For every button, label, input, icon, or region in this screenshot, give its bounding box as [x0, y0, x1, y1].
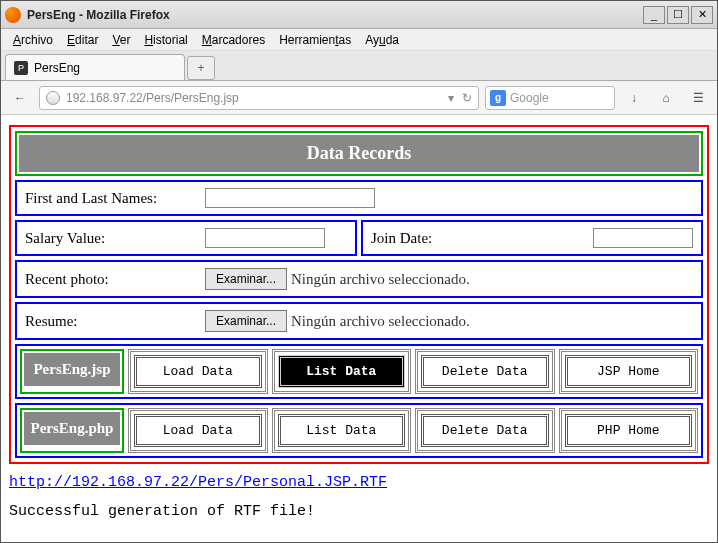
label-resume: Resume:	[25, 313, 205, 330]
input-joindate[interactable]	[593, 228, 693, 248]
menubar: Archivo Editar Ver Historial Marcadores …	[1, 29, 717, 51]
status-message: Successful generation of RTF file!	[9, 503, 709, 520]
row-php-header-wrap: PersEng.php	[20, 408, 124, 453]
row-names: First and Last Names:	[15, 180, 703, 216]
menu-button[interactable]: ☰	[685, 85, 711, 111]
tab-favicon: P	[14, 61, 28, 75]
row-jsp-header-wrap: PersEng.jsp	[20, 349, 124, 394]
home-button[interactable]: ⌂	[653, 85, 679, 111]
row-php-header: PersEng.php	[24, 412, 120, 445]
header-wrap: Data Records	[15, 131, 703, 176]
search-placeholder: Google	[510, 91, 549, 105]
titlebar: PersEng - Mozilla Firefox _ ☐ ✕	[1, 1, 717, 29]
browser-window: PersEng - Mozilla Firefox _ ☐ ✕ Archivo …	[0, 0, 718, 543]
url-bar[interactable]: 192.168.97.22/Pers/PersEng.jsp ▾ ↻	[39, 86, 479, 110]
menu-marcadores[interactable]: Marcadores	[196, 31, 271, 49]
resume-nofile: Ningún archivo seleccionado.	[291, 313, 470, 330]
php-home-button[interactable]: PHP Home	[565, 414, 693, 447]
reload-icon[interactable]: ↻	[462, 91, 472, 105]
php-list-button[interactable]: List Data	[278, 414, 406, 447]
tabstrip: P PersEng +	[1, 51, 717, 81]
google-icon: g	[490, 90, 506, 106]
photo-nofile: Ningún archivo seleccionado.	[291, 271, 470, 288]
page-title: Data Records	[19, 135, 699, 172]
menu-ayuda[interactable]: Ayuda	[359, 31, 405, 49]
menu-historial[interactable]: Historial	[138, 31, 193, 49]
row-jsp-header: PersEng.jsp	[24, 353, 120, 386]
menu-archivo[interactable]: Archivo	[7, 31, 59, 49]
form-container: Data Records First and Last Names: Salar…	[9, 125, 709, 464]
page-content: Data Records First and Last Names: Salar…	[1, 115, 717, 542]
jsp-home-button[interactable]: JSP Home	[565, 355, 693, 388]
label-salary: Salary Value:	[25, 230, 205, 247]
close-button[interactable]: ✕	[691, 6, 713, 24]
url-text: 192.168.97.22/Pers/PersEng.jsp	[66, 91, 448, 105]
search-box[interactable]: g Google	[485, 86, 615, 110]
label-names: First and Last Names:	[25, 190, 205, 207]
menu-editar[interactable]: Editar	[61, 31, 104, 49]
label-photo: Recent photo:	[25, 271, 205, 288]
row-photo: Recent photo: Examinar... Ningún archivo…	[15, 260, 703, 298]
window-title: PersEng - Mozilla Firefox	[27, 8, 643, 22]
jsp-list-button[interactable]: List Data	[278, 355, 406, 388]
browse-resume-button[interactable]: Examinar...	[205, 310, 287, 332]
jsp-delete-button[interactable]: Delete Data	[421, 355, 549, 388]
downloads-button[interactable]: ↓	[621, 85, 647, 111]
newtab-button[interactable]: +	[187, 56, 215, 80]
back-button[interactable]: ←	[7, 85, 33, 111]
navbar: ← 192.168.97.22/Pers/PersEng.jsp ▾ ↻ g G…	[1, 81, 717, 115]
row-salary: Salary Value:	[15, 220, 357, 256]
dropdown-icon[interactable]: ▾	[448, 91, 454, 105]
globe-icon	[46, 91, 60, 105]
jsp-load-button[interactable]: Load Data	[134, 355, 262, 388]
tab-label: PersEng	[34, 61, 80, 75]
firefox-icon	[5, 7, 21, 23]
browse-photo-button[interactable]: Examinar...	[205, 268, 287, 290]
tab-perseng[interactable]: P PersEng	[5, 54, 185, 80]
input-names[interactable]	[205, 188, 375, 208]
menu-ver[interactable]: Ver	[106, 31, 136, 49]
menu-herramientas[interactable]: Herramientas	[273, 31, 357, 49]
row-joindate: Join Date:	[361, 220, 703, 256]
row-resume: Resume: Examinar... Ningún archivo selec…	[15, 302, 703, 340]
php-load-button[interactable]: Load Data	[134, 414, 262, 447]
row-jsp: PersEng.jsp Load Data List Data Delete D…	[15, 344, 703, 399]
minimize-button[interactable]: _	[643, 6, 665, 24]
maximize-button[interactable]: ☐	[667, 6, 689, 24]
php-delete-button[interactable]: Delete Data	[421, 414, 549, 447]
row-php: PersEng.php Load Data List Data Delete D…	[15, 403, 703, 458]
rtf-link[interactable]: http://192.168.97.22/Pers/Personal.JSP.R…	[9, 474, 387, 491]
label-joindate: Join Date:	[371, 230, 441, 247]
input-salary[interactable]	[205, 228, 325, 248]
